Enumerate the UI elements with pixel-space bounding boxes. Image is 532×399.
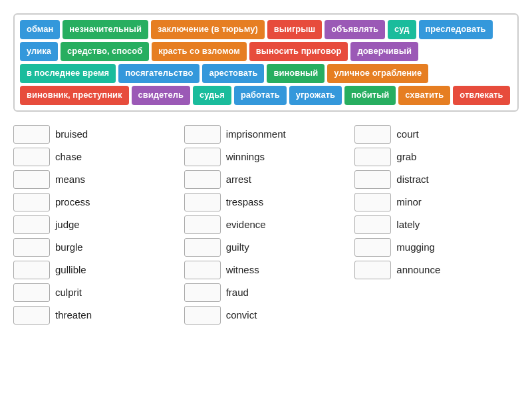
answer-box-threaten[interactable]: [13, 306, 50, 325]
match-label-court: court: [396, 128, 418, 140]
answer-box-court[interactable]: [354, 125, 391, 144]
word-chip-court[interactable]: суд: [388, 20, 416, 39]
match-label-announce: announce: [396, 264, 440, 275]
match-label-judge: judge: [55, 219, 80, 230]
match-row: imprisonment: [184, 125, 348, 144]
word-chip-guilty[interactable]: виновный: [267, 64, 325, 83]
answer-box-winnings[interactable]: [184, 148, 221, 166]
match-label-fraud: fraud: [226, 287, 249, 298]
word-chip-distract[interactable]: отвлекать: [453, 86, 509, 105]
match-label-witness: witness: [226, 264, 259, 275]
word-chip-lately[interactable]: в последнее время: [20, 64, 116, 83]
match-label-convict: convict: [226, 309, 257, 321]
answer-box-fraud[interactable]: [184, 283, 221, 302]
match-label-process: process: [55, 196, 90, 207]
answer-box-evidence[interactable]: [184, 215, 221, 234]
word-chip-announce[interactable]: объявлять: [325, 20, 385, 39]
word-chip-winnings[interactable]: выигрыш: [267, 20, 322, 39]
match-label-gullible: gullible: [55, 264, 86, 275]
match-label-evidence: evidence: [226, 219, 266, 230]
word-chip-trespass[interactable]: уличное ограбление: [327, 64, 428, 83]
answer-box-mugging[interactable]: [354, 238, 391, 257]
answer-box-grab[interactable]: [354, 148, 391, 166]
match-row: mugging: [354, 238, 519, 257]
match-row: fraud: [184, 283, 348, 302]
match-row: culprit: [13, 283, 178, 302]
answer-box-means[interactable]: [13, 170, 50, 189]
match-row: winnings: [184, 148, 348, 166]
answer-box-witness[interactable]: [184, 261, 221, 279]
match-row: court: [354, 125, 519, 144]
word-chip-arrest[interactable]: арестовать: [202, 64, 264, 83]
match-label-distract: distract: [396, 174, 428, 185]
match-label-arrest: arrest: [226, 174, 251, 185]
answer-box-judge[interactable]: [13, 215, 50, 234]
answer-box-chase[interactable]: [13, 148, 50, 166]
answer-box-lately[interactable]: [354, 215, 391, 234]
answer-box-distract[interactable]: [354, 170, 391, 189]
word-chip-minor[interactable]: незначительный: [63, 20, 148, 39]
match-col-1: bruisedchasemeansprocessjudgeburglegulli…: [13, 125, 178, 325]
word-bank: обманнезначительныйзаключение (в тюрьму)…: [13, 13, 519, 112]
match-label-minor: minor: [396, 196, 422, 207]
word-chip-chase[interactable]: преследовать: [419, 20, 493, 39]
match-row: trespass: [184, 193, 348, 211]
answer-box-guilty[interactable]: [184, 238, 221, 257]
word-chip-judge[interactable]: судья: [193, 86, 231, 105]
answer-box-announce[interactable]: [354, 261, 391, 279]
word-chip-witness[interactable]: свидетель: [132, 86, 190, 105]
match-row: minor: [354, 193, 519, 211]
word-chip-means[interactable]: средство, способ: [61, 42, 149, 61]
match-label-grab: grab: [396, 151, 416, 162]
match-row: arrest: [184, 170, 348, 189]
answer-box-convict[interactable]: [184, 306, 221, 325]
word-chip-bruised[interactable]: побитый: [344, 86, 396, 105]
match-row: process: [13, 193, 178, 211]
match-row: announce: [354, 261, 519, 279]
match-row: grab: [354, 148, 519, 166]
word-chip-imprisonment[interactable]: заключение (в тюрьму): [151, 20, 265, 39]
word-chip-gullible[interactable]: доверчивый: [350, 42, 418, 61]
match-row: burgle: [13, 238, 178, 257]
answer-box-bruised[interactable]: [13, 125, 50, 144]
match-label-means: means: [55, 174, 85, 185]
match-row: gullible: [13, 261, 178, 279]
match-row: judge: [13, 215, 178, 234]
match-row: means: [13, 170, 178, 189]
match-label-imprisonment: imprisonment: [226, 128, 286, 140]
match-row: chase: [13, 148, 178, 166]
word-chip-mugging[interactable]: посягательство: [118, 64, 200, 83]
word-chip-process[interactable]: работать: [234, 86, 287, 105]
match-label-lately: lately: [396, 219, 420, 230]
match-label-winnings: winnings: [226, 151, 265, 162]
word-chip-culprit[interactable]: виновник, преступник: [20, 86, 129, 105]
answer-box-trespass[interactable]: [184, 193, 221, 211]
match-col-2: imprisonmentwinningsarresttrespasseviden…: [184, 125, 348, 325]
match-row: threaten: [13, 306, 178, 325]
match-row: evidence: [184, 215, 348, 234]
match-row: witness: [184, 261, 348, 279]
match-row: convict: [184, 306, 348, 325]
match-label-mugging: mugging: [396, 241, 435, 253]
answer-box-burgle[interactable]: [13, 238, 50, 257]
match-label-trespass: trespass: [226, 196, 264, 207]
match-label-bruised: bruised: [55, 128, 88, 140]
match-section: bruisedchasemeansprocessjudgeburglegulli…: [13, 125, 519, 325]
answer-box-imprisonment[interactable]: [184, 125, 221, 144]
match-label-chase: chase: [55, 151, 82, 162]
match-row: bruised: [13, 125, 178, 144]
answer-box-culprit[interactable]: [13, 283, 50, 302]
match-label-culprit: culprit: [55, 287, 82, 298]
word-chip-burgle[interactable]: красть со взломом: [152, 42, 247, 61]
word-chip-threaten[interactable]: угрожать: [289, 86, 342, 105]
word-chip-grab[interactable]: схватить: [398, 86, 450, 105]
answer-box-gullible[interactable]: [13, 261, 50, 279]
answer-box-minor[interactable]: [354, 193, 391, 211]
answer-box-process[interactable]: [13, 193, 50, 211]
match-label-threaten: threaten: [55, 309, 92, 321]
word-chip-convict[interactable]: выносить приговор: [249, 42, 348, 61]
word-chip-evidence[interactable]: улика: [20, 42, 58, 61]
match-row: lately: [354, 215, 519, 234]
answer-box-arrest[interactable]: [184, 170, 221, 189]
word-chip-fraud[interactable]: обман: [20, 20, 60, 39]
